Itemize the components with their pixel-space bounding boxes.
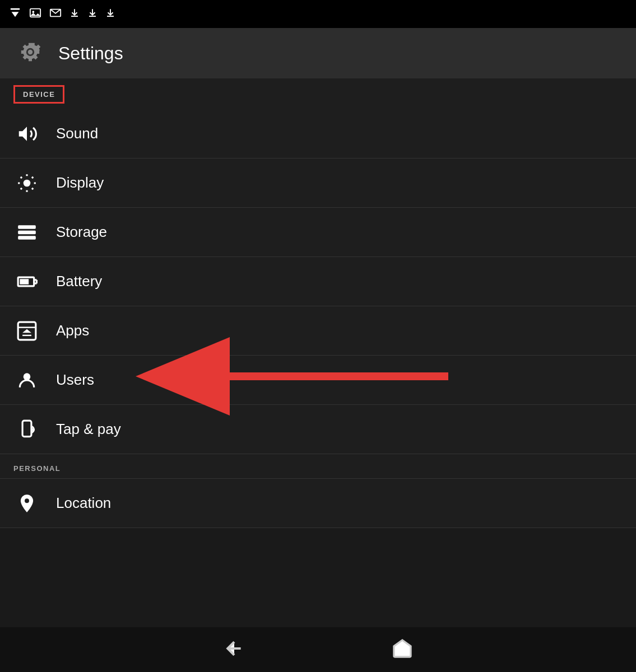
back-button[interactable]	[223, 637, 245, 662]
svg-rect-16	[18, 225, 36, 228]
home-button[interactable]	[391, 637, 414, 662]
sound-label: Sound	[56, 125, 98, 142]
svg-point-15	[24, 179, 31, 186]
apps-label: Apps	[56, 322, 89, 339]
page-title: Settings	[58, 43, 123, 64]
sidebar-item-users[interactable]: Users	[0, 356, 636, 405]
download4-icon	[105, 7, 115, 22]
storage-icon	[13, 219, 40, 246]
personal-section-header: PERSONAL	[0, 454, 636, 478]
gmail-icon	[49, 7, 62, 22]
sidebar-item-sound[interactable]: Sound	[0, 109, 636, 158]
sidebar-item-display[interactable]: Display	[0, 158, 636, 208]
tap-pay-icon	[13, 416, 40, 443]
gear-icon	[13, 35, 47, 71]
display-label: Display	[56, 174, 104, 192]
svg-marker-14	[19, 127, 27, 141]
device-section-header: DEVICE	[13, 85, 64, 104]
svg-point-29	[24, 373, 31, 380]
image-icon	[29, 7, 41, 22]
sidebar-item-location[interactable]: Location	[0, 479, 636, 528]
settings-list: DEVICE Sound Display	[0, 78, 636, 528]
svg-marker-27	[22, 329, 31, 332]
svg-rect-0	[11, 8, 20, 10]
apps-icon	[13, 318, 40, 344]
svg-marker-4	[30, 13, 40, 16]
download2-icon	[69, 7, 80, 22]
display-icon	[13, 170, 40, 197]
svg-point-13	[28, 50, 33, 54]
device-section-header-wrapper: DEVICE	[0, 78, 636, 109]
svg-point-3	[33, 11, 35, 13]
users-icon	[13, 367, 40, 394]
storage-label: Storage	[56, 223, 107, 241]
svg-rect-17	[18, 230, 36, 234]
location-icon	[13, 490, 40, 517]
svg-marker-1	[12, 12, 19, 17]
download-icon	[9, 7, 21, 22]
battery-label: Battery	[56, 273, 102, 290]
svg-rect-30	[22, 421, 31, 437]
settings-header: Settings	[0, 28, 636, 78]
sidebar-item-apps[interactable]: Apps	[0, 306, 636, 356]
sidebar-item-storage[interactable]: Storage	[0, 208, 636, 257]
status-bar	[0, 0, 636, 28]
users-label: Users	[56, 371, 94, 389]
battery-icon	[13, 268, 40, 295]
sidebar-item-tap-pay[interactable]: Tap & pay	[0, 405, 636, 454]
nav-bar	[0, 627, 636, 672]
download3-icon	[87, 7, 98, 22]
svg-rect-20	[20, 279, 29, 284]
svg-point-31	[25, 498, 29, 503]
sidebar-item-battery[interactable]: Battery	[0, 257, 636, 306]
location-label: Location	[56, 494, 111, 512]
svg-rect-18	[18, 236, 36, 239]
sound-icon	[13, 120, 40, 147]
tap-pay-label: Tap & pay	[56, 421, 121, 438]
